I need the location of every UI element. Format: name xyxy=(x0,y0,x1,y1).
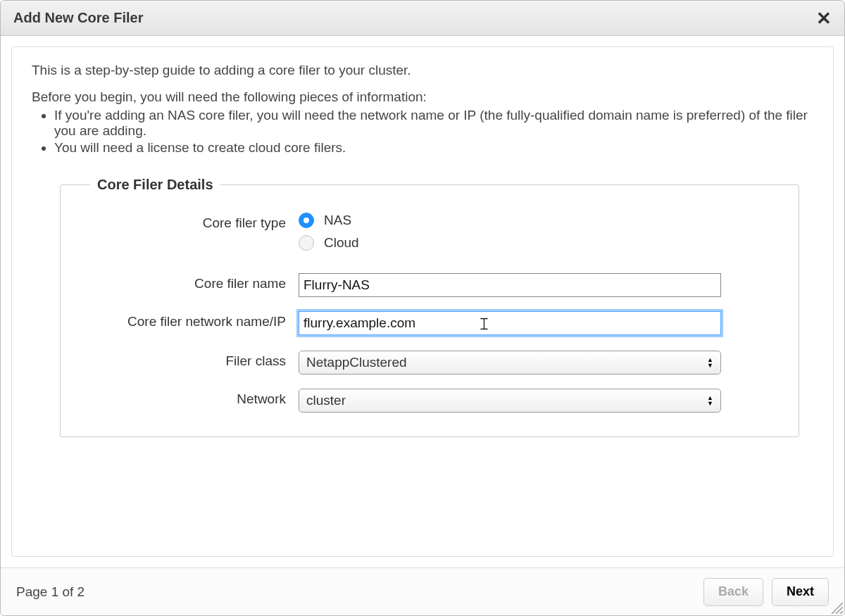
row-core-filer-type: Core filer type NAS Cloud xyxy=(80,213,779,258)
label-network: Network xyxy=(80,389,299,407)
next-button[interactable]: Next xyxy=(772,578,829,606)
dialog-footer: Page 1 of 2 Back Next xyxy=(1,567,844,615)
requirement-item: If you're adding an NAS core filer, you … xyxy=(54,108,813,139)
label-core-filer-type: Core filer type xyxy=(80,213,299,231)
row-filer-class: Filer class NetappClustered ▲▼ xyxy=(80,351,779,375)
before-begin-text: Before you begin, you will need the foll… xyxy=(32,89,813,105)
requirements-list: If you're adding an NAS core filer, you … xyxy=(32,108,813,156)
network-select[interactable]: cluster ▲▼ xyxy=(299,389,721,413)
inner-panel: This is a step-by-step guide to adding a… xyxy=(11,46,834,557)
radio-label: Cloud xyxy=(324,235,359,251)
radio-icon xyxy=(299,213,314,228)
dialog-title: Add New Core Filer xyxy=(13,10,143,26)
select-value: cluster xyxy=(306,393,346,408)
close-icon[interactable]: ✕ xyxy=(816,9,832,27)
intro-text: This is a step-by-step guide to adding a… xyxy=(32,63,813,78)
select-arrows-icon: ▲▼ xyxy=(707,357,713,368)
radio-option-cloud[interactable]: Cloud xyxy=(299,235,779,251)
row-core-filer-name: Core filer name xyxy=(80,273,779,297)
row-core-filer-network: Core filer network name/IP 𝙸 xyxy=(80,311,779,335)
dialog-body: This is a step-by-step guide to adding a… xyxy=(1,36,844,567)
radio-icon xyxy=(299,235,314,251)
requirement-item: You will need a license to create cloud … xyxy=(54,140,813,156)
svg-line-2 xyxy=(840,611,843,614)
label-core-filer-network: Core filer network name/IP xyxy=(80,311,299,329)
core-filer-name-input[interactable] xyxy=(299,273,721,297)
core-filer-network-input[interactable] xyxy=(299,311,721,335)
select-arrows-icon: ▲▼ xyxy=(707,395,713,406)
footer-buttons: Back Next xyxy=(703,578,829,606)
filer-class-select[interactable]: NetappClustered ▲▼ xyxy=(299,351,721,375)
row-network: Network cluster ▲▼ xyxy=(80,389,779,413)
radio-label: NAS xyxy=(324,213,351,228)
label-core-filer-name: Core filer name xyxy=(80,273,299,291)
core-filer-details-fieldset: Core Filer Details Core filer type NAS C… xyxy=(60,177,799,437)
label-filer-class: Filer class xyxy=(80,351,299,369)
resize-grip-icon[interactable] xyxy=(829,600,843,614)
back-button[interactable]: Back xyxy=(703,578,763,606)
add-core-filer-dialog: Add New Core Filer ✕ This is a step-by-s… xyxy=(0,0,845,616)
radio-option-nas[interactable]: NAS xyxy=(299,213,779,228)
core-filer-type-options: NAS Cloud xyxy=(299,213,779,258)
select-value: NetappClustered xyxy=(306,355,407,370)
fieldset-legend: Core Filer Details xyxy=(90,177,220,193)
page-indicator: Page 1 of 2 xyxy=(16,584,84,600)
dialog-titlebar: Add New Core Filer ✕ xyxy=(1,1,844,36)
